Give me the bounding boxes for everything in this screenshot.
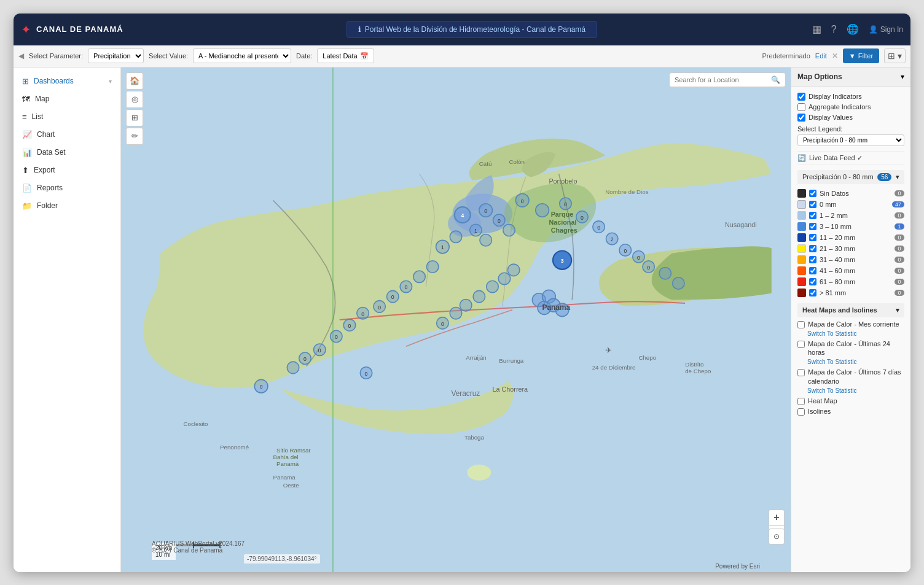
legend-item-sin-datos: Sin Datos 0: [797, 188, 904, 199]
sign-in-label: Sign In: [880, 25, 903, 34]
legend-chk-3-10mm[interactable]: [809, 223, 816, 230]
collapse-button[interactable]: ◀: [18, 52, 24, 60]
powered-by: Powered by Esri: [715, 563, 760, 570]
dashboards-icon: ⊞: [22, 77, 29, 86]
legend-chk-0mm[interactable]: [809, 201, 816, 208]
map-options-header: Map Options ▾: [791, 68, 910, 87]
svg-text:Veracruz: Veracruz: [451, 389, 480, 398]
display-indicators-checkbox[interactable]: [797, 93, 805, 101]
map-options-collapse[interactable]: ▾: [901, 72, 904, 81]
edit-button[interactable]: Edit: [815, 52, 827, 60]
sidebar-item-folder[interactable]: 📁 Folder: [14, 197, 120, 215]
legend-item-31-40mm: 31 – 40 mm 0: [797, 254, 904, 265]
sidebar-item-map[interactable]: 🗺 Map: [14, 90, 120, 108]
heatmap-chk-isolines[interactable]: [797, 408, 805, 416]
live-feed-row: 🔄 Live Data Feed ✓: [797, 151, 904, 165]
compass-button[interactable]: ⊙: [769, 529, 785, 544]
help-icon-btn[interactable]: ?: [831, 24, 837, 35]
search-location-input[interactable]: [675, 76, 771, 83]
legend-select[interactable]: Precipitación 0 - 80 mm: [797, 134, 904, 146]
chart-icon-btn[interactable]: ▦: [812, 23, 821, 35]
svg-text:1: 1: [441, 244, 444, 250]
svg-text:Arraiján: Arraiján: [466, 354, 487, 360]
nav-banner: ℹ Portal Web de la División de Hidromete…: [346, 21, 597, 38]
grid-tool-button[interactable]: ⊞: [126, 109, 143, 126]
sidebar-item-dataset[interactable]: 📊 Data Set: [14, 144, 120, 161]
grid-view-button[interactable]: ⊞ ▾: [884, 48, 906, 63]
top-nav: ✦ CANAL DE PANAMÁ ℹ Portal Web de la Div…: [14, 14, 910, 45]
sidebar-item-dashboards[interactable]: ⊞ Dashboards ▾: [14, 72, 120, 90]
heatmap-chk-heatmap[interactable]: [797, 398, 805, 405]
select-legend-label: Select Legend:: [797, 125, 904, 133]
sidebar-item-export[interactable]: ⬆ Export: [14, 161, 120, 179]
switch-statistic-mes-corriente[interactable]: Switch To Statistic: [807, 330, 904, 337]
aggregate-indicators-checkbox[interactable]: [797, 103, 805, 111]
svg-rect-3: [140, 452, 772, 572]
legend-chk-21-30mm[interactable]: [809, 245, 816, 252]
switch-statistic-24h[interactable]: Switch To Statistic: [807, 358, 904, 365]
legend-chk-sin-datos[interactable]: [809, 190, 816, 197]
heatmap-chk-7dias[interactable]: [797, 369, 805, 376]
legend-chk-31-40mm[interactable]: [809, 256, 816, 263]
legend-chk-gt81mm[interactable]: [809, 289, 816, 296]
heatmap-item-mes-corriente: Mapa de Calor - Mes corriente: [797, 320, 904, 328]
svg-text:0: 0: [260, 384, 263, 390]
legend-chk-1-2mm[interactable]: [809, 212, 816, 219]
heat-maps-section-header[interactable]: Heat Maps and Isolines ▾: [797, 303, 904, 317]
globe-icon-btn[interactable]: 🌐: [847, 23, 859, 35]
value-label: Select Value:: [149, 52, 188, 60]
filter-button[interactable]: ▼ Filter: [843, 48, 879, 63]
predeterminado-button[interactable]: Predeterminado: [762, 52, 810, 60]
svg-text:0: 0: [365, 370, 368, 376]
heatmap-chk-mes-corriente[interactable]: [797, 321, 805, 328]
legend-item-61-80mm: 61 – 80 mm 0: [797, 276, 904, 287]
sidebar-item-reports[interactable]: 📄 Reports: [14, 179, 120, 197]
heatmap-chk-24h[interactable]: [797, 341, 805, 348]
sidebar-item-label: Data Set: [37, 148, 66, 157]
precip-header[interactable]: Precipitación 0 - 80 mm 56 ▾: [797, 170, 904, 184]
legend-chk-61-80mm[interactable]: [809, 278, 816, 285]
legend-count-0mm: 47: [892, 201, 904, 207]
main-layout: ⊞ Dashboards ▾ 🗺 Map ≡ List 📈 Chart 📊 Da…: [14, 68, 910, 572]
aggregate-indicators-row: Aggregate Indicators: [797, 103, 904, 111]
legend-count-11-20mm: 0: [895, 234, 904, 241]
coord-display: -79.99049113,-8.961034°: [244, 554, 320, 564]
svg-point-67: [487, 281, 498, 292]
legend-label-11-20mm: 11 – 20 mm: [820, 234, 891, 241]
svg-point-21: [450, 231, 461, 242]
svg-text:24 de Diciembre: 24 de Diciembre: [592, 364, 636, 371]
location-tool-button[interactable]: ◎: [126, 91, 143, 108]
heatmap-label-heatmap: Heat Map: [808, 397, 837, 405]
close-button[interactable]: ✕: [832, 52, 838, 60]
sidebar-item-list[interactable]: ≡ List: [14, 108, 120, 126]
precip-expand-icon: ▾: [896, 173, 899, 181]
svg-text:Taboga: Taboga: [464, 433, 484, 440]
display-values-row: Display Values: [797, 114, 904, 122]
home-tool-button[interactable]: 🏠: [126, 72, 143, 90]
legend-chk-11-20mm[interactable]: [809, 234, 816, 241]
legend-item-3-10mm: 3 – 10 mm 1: [797, 221, 904, 232]
switch-statistic-7dias[interactable]: Switch To Statistic: [807, 387, 904, 394]
sidebar-item-chart[interactable]: 📈 Chart: [14, 126, 120, 144]
export-icon: ⬆: [22, 166, 29, 175]
svg-text:Nombre de Dios: Nombre de Dios: [605, 188, 648, 195]
legend-color-41-60mm: [797, 266, 806, 275]
map-area[interactable]: Nusagandi Nombre de Dios Parque Nacional…: [121, 68, 791, 572]
value-select[interactable]: A - Medianoche al presente: [193, 48, 291, 63]
calendar-icon: 📅: [360, 52, 369, 60]
banner-text[interactable]: Portal Web de la División de Hidrometeor…: [365, 25, 585, 34]
svg-text:0: 0: [361, 311, 364, 317]
date-button[interactable]: Latest Data 📅: [317, 48, 374, 63]
parameter-select[interactable]: Precipitation: [88, 48, 144, 63]
zoom-in-button[interactable]: +: [769, 509, 785, 525]
sign-in-button[interactable]: 👤 Sign In: [869, 25, 903, 34]
heatmap-label-7dias: Mapa de Calor - Últimos 7 días calendari…: [808, 368, 904, 385]
legend-color-31-40mm: [797, 255, 806, 264]
display-values-checkbox[interactable]: [797, 114, 805, 122]
svg-text:Distrito: Distrito: [685, 360, 703, 367]
svg-text:Chagres: Chagres: [551, 227, 578, 234]
legend-chk-41-60mm[interactable]: [809, 267, 816, 274]
heat-maps-title: Heat Maps and Isolines: [802, 306, 877, 314]
sidebar-item-label: Reports: [37, 184, 63, 192]
edit-tool-button[interactable]: ✏: [126, 128, 143, 145]
